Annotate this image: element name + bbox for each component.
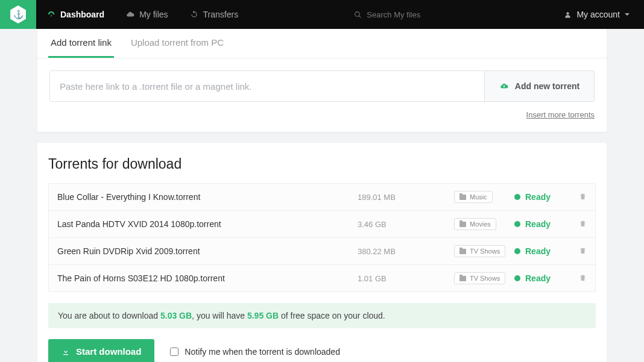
torrent-list: Blue Collar - Everything I Know.torrent1…	[48, 183, 596, 292]
torrent-size: 3.46 GB	[358, 220, 454, 229]
folder-icon	[459, 249, 466, 254]
torrent-row: Last Panda HDTV XVID 2014 1080p.torrent3…	[49, 211, 595, 238]
torrent-link-input[interactable]	[50, 71, 484, 101]
free-space: 5.95 GB	[247, 311, 279, 320]
add-torrent-card: Add torrent link Upload torrent from PC …	[37, 29, 607, 132]
delete-button[interactable]	[569, 273, 587, 284]
account-label: My account	[576, 10, 620, 19]
category-badge[interactable]: TV Shows	[454, 245, 505, 257]
torrent-size: 380.22 MB	[358, 247, 454, 256]
nav-transfers-label: Transfers	[203, 10, 239, 19]
torrent-status: Ready	[514, 192, 569, 202]
nav-dashboard[interactable]: Dashboard	[36, 0, 115, 29]
search-box[interactable]: Search My files	[354, 10, 444, 19]
start-button-label: Start download	[76, 346, 141, 357]
search-placeholder: Search My files	[367, 10, 420, 19]
add-input-row: Add new torrent	[49, 70, 595, 102]
folder-icon	[459, 195, 466, 200]
torrent-name: Last Panda HDTV XVID 2014 1080p.torrent	[57, 219, 358, 229]
cloud-upload-icon	[499, 82, 509, 90]
torrent-row: The Pain of Horns S03E12 HD 1080p.torren…	[49, 265, 595, 292]
torrent-name: The Pain of Horns S03E12 HD 1080p.torren…	[57, 273, 358, 283]
delete-button[interactable]	[569, 219, 587, 229]
tab-add-link[interactable]: Add torrent link	[48, 29, 114, 58]
svg-point-0	[355, 11, 360, 16]
top-navbar: ⚓ Dashboard My files Transfers Search My…	[0, 0, 644, 29]
start-download-button[interactable]: Start download	[48, 339, 154, 362]
user-icon	[564, 11, 572, 19]
chevron-down-icon	[625, 13, 630, 16]
folder-icon	[459, 222, 466, 227]
torrent-size: 189.01 MB	[358, 193, 454, 202]
torrent-size: 1.01 GB	[358, 274, 454, 283]
download-icon	[62, 348, 70, 356]
transfers-icon	[190, 10, 198, 19]
category-badge[interactable]: Music	[454, 191, 493, 203]
add-button-label: Add new torrent	[515, 81, 579, 91]
downloads-title: Torrents for download	[48, 156, 596, 172]
nav-transfers[interactable]: Transfers	[179, 0, 250, 29]
anchor-icon: ⚓	[13, 10, 24, 19]
cloud-icon	[126, 10, 134, 19]
category-badge[interactable]: TV Shows	[454, 272, 505, 284]
nav-myfiles-label: My files	[139, 10, 168, 19]
torrent-row: Blue Collar - Everything I Know.torrent1…	[49, 184, 595, 211]
add-new-torrent-button[interactable]: Add new torrent	[484, 71, 594, 101]
torrent-status: Ready	[514, 246, 569, 256]
status-dot-icon	[514, 248, 520, 254]
insert-more-link[interactable]: Insert more torrents	[526, 110, 595, 119]
notify-checkbox-wrap[interactable]: Notify me when the torrent is downloaded	[170, 347, 340, 357]
svg-point-2	[567, 12, 569, 14]
torrent-status: Ready	[514, 219, 569, 229]
action-row: Start download Notify me when the torren…	[48, 339, 596, 362]
nav-myfiles[interactable]: My files	[115, 0, 178, 29]
logo[interactable]: ⚓	[0, 0, 36, 29]
torrent-row: Green Ruin DVDRip Xvid 2009.torrent380.2…	[49, 238, 595, 265]
torrent-name: Green Ruin DVDRip Xvid 2009.torrent	[57, 246, 358, 256]
tab-upload-pc[interactable]: Upload torrent from PC	[128, 29, 226, 58]
dashboard-icon	[47, 10, 55, 19]
notify-checkbox[interactable]	[170, 348, 178, 356]
svg-line-1	[359, 16, 361, 17]
tabs: Add torrent link Upload torrent from PC	[37, 29, 607, 58]
info-bar: You are about to download 5.03 GB, you w…	[48, 303, 596, 328]
torrent-name: Blue Collar - Everything I Know.torrent	[57, 192, 358, 202]
status-dot-icon	[514, 275, 520, 281]
status-dot-icon	[514, 194, 520, 200]
category-badge[interactable]: Movies	[454, 218, 496, 230]
notify-label: Notify me when the torrent is downloaded	[185, 347, 340, 357]
search-icon	[354, 11, 362, 19]
nav-dashboard-label: Dashboard	[60, 10, 104, 19]
torrent-status: Ready	[514, 273, 569, 283]
status-dot-icon	[514, 221, 520, 227]
total-size: 5.03 GB	[160, 311, 192, 320]
delete-button[interactable]	[569, 192, 587, 202]
downloads-card: Torrents for download Blue Collar - Ever…	[37, 143, 607, 362]
account-menu[interactable]: My account	[549, 10, 644, 19]
delete-button[interactable]	[569, 246, 587, 257]
folder-icon	[459, 276, 466, 281]
